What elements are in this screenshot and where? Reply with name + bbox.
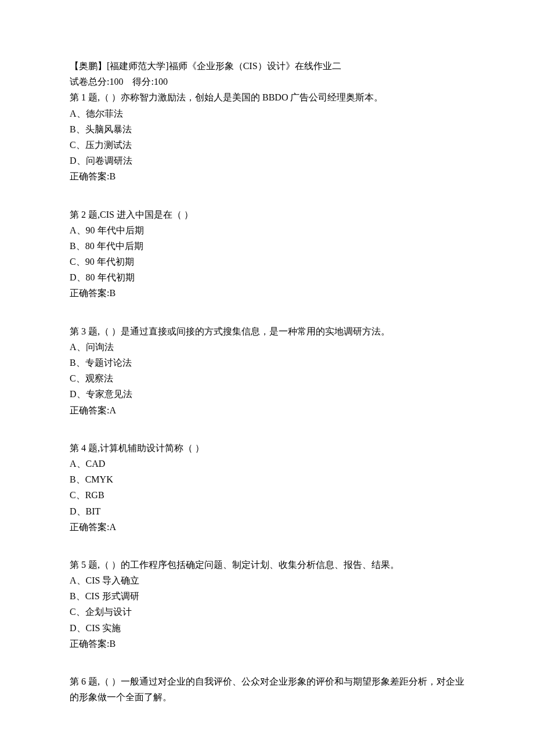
- question-stem: 第 5 题,（ ）的工作程序包括确定问题、制定计划、收集分析信息、报告、结果。: [70, 557, 464, 573]
- question-stem: 第 4 题,计算机辅助设计简称（ ）: [70, 440, 464, 456]
- question-option: B、CIS 形式调研: [70, 588, 464, 604]
- question-3: 第 3 题,（ ）是通过直接或间接的方式搜集信息，是一种常用的实地调研方法。 A…: [70, 323, 464, 418]
- question-option: A、问询法: [70, 339, 464, 355]
- question-1: 第 1 题,（ ）亦称智力激励法，创始人是美国的 BBDO 广告公司经理奥斯本。…: [70, 89, 464, 184]
- question-stem: 第 6 题,（ ）一般通过对企业的自我评价、公众对企业形象的评价和与期望形象差距…: [70, 674, 464, 705]
- question-option: D、问卷调研法: [70, 153, 464, 168]
- question-answer: 正确答案:B: [70, 636, 464, 651]
- question-answer: 正确答案:A: [70, 402, 464, 418]
- question-option: A、CIS 导入确立: [70, 573, 464, 588]
- question-option: B、80 年代中后期: [70, 238, 464, 254]
- question-answer: 正确答案:B: [70, 285, 464, 301]
- question-5: 第 5 题,（ ）的工作程序包括确定问题、制定计划、收集分析信息、报告、结果。 …: [70, 557, 464, 651]
- question-option: D、BIT: [70, 503, 464, 519]
- question-option: A、德尔菲法: [70, 106, 464, 121]
- question-option: B、头脑风暴法: [70, 121, 464, 137]
- question-option: D、CIS 实施: [70, 620, 464, 636]
- question-option: C、观察法: [70, 370, 464, 386]
- score-line: 试卷总分:100 得分:100: [70, 74, 464, 89]
- question-option: B、专题讨论法: [70, 355, 464, 370]
- question-option: D、80 年代初期: [70, 269, 464, 285]
- question-stem: 第 3 题,（ ）是通过直接或间接的方式搜集信息，是一种常用的实地调研方法。: [70, 323, 464, 339]
- question-2: 第 2 题,CIS 进入中国是在（ ） A、90 年代中后期 B、80 年代中后…: [70, 207, 464, 301]
- question-option: C、RGB: [70, 487, 464, 503]
- question-answer: 正确答案:B: [70, 168, 464, 184]
- question-option: C、90 年代初期: [70, 254, 464, 269]
- question-option: A、90 年代中后期: [70, 222, 464, 238]
- question-option: C、压力测试法: [70, 137, 464, 153]
- question-stem: 第 1 题,（ ）亦称智力激励法，创始人是美国的 BBDO 广告公司经理奥斯本。: [70, 89, 464, 105]
- document-title: 【奥鹏】[福建师范大学]福师《企业形象（CIS）设计》在线作业二: [70, 58, 464, 74]
- question-4: 第 4 题,计算机辅助设计简称（ ） A、CAD B、CMYK C、RGB D、…: [70, 440, 464, 535]
- question-stem: 第 2 题,CIS 进入中国是在（ ）: [70, 207, 464, 222]
- question-option: D、专家意见法: [70, 386, 464, 402]
- question-option: C、企划与设计: [70, 604, 464, 620]
- question-answer: 正确答案:A: [70, 519, 464, 535]
- question-6: 第 6 题,（ ）一般通过对企业的自我评价、公众对企业形象的评价和与期望形象差距…: [70, 674, 464, 705]
- question-option: B、CMYK: [70, 471, 464, 487]
- question-option: A、CAD: [70, 456, 464, 471]
